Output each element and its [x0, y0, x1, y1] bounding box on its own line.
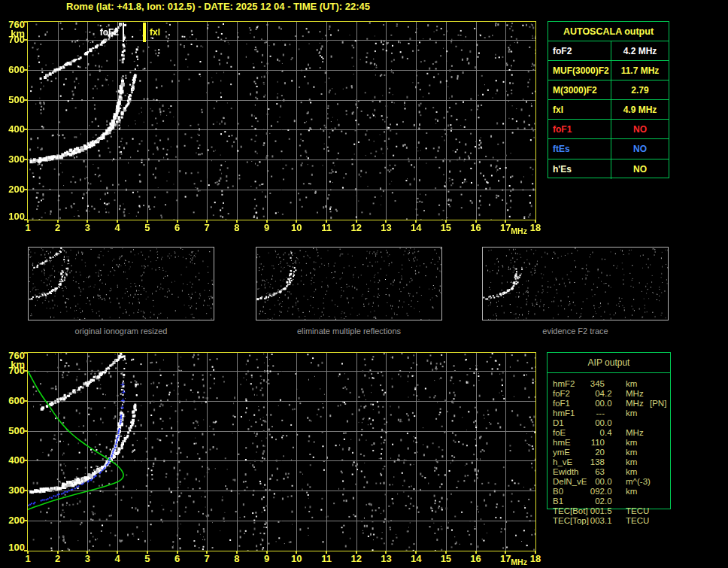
x-tick-label: 3 [85, 223, 90, 232]
y-tick-label: 100 [0, 212, 25, 221]
aip-param-value-frac: .2 [605, 389, 612, 399]
aip-param-value-int: 092 [575, 487, 605, 497]
x-tick-label: 2 [55, 554, 60, 563]
aip-param-unit: km [626, 409, 637, 418]
autoscala-param-label: MUF(3000)F2 [548, 61, 611, 80]
x-tick-label: 1 [25, 223, 30, 232]
aip-param-value-frac: .0 [605, 487, 612, 497]
x-tick-label: 10 [291, 554, 302, 563]
aip-param-unit: km [626, 467, 637, 477]
aip-param-unit: MHz [626, 428, 644, 438]
fof2-marker-line [123, 23, 124, 42]
x-axis-unit-label: MHz [511, 226, 527, 235]
x-axis-tick [296, 220, 297, 223]
x-tick-label: 14 [411, 554, 421, 563]
aip-param-value-int: 02 [575, 497, 605, 506]
y-tick-label: 100 [0, 543, 25, 552]
x-tick-label: 17 [500, 554, 511, 563]
aip-param-value-frac: .4 [605, 428, 612, 438]
ionogram-plot-bottom [27, 352, 536, 551]
aip-row: h_vE138km [548, 457, 672, 467]
x-tick-label: 18 [530, 554, 541, 563]
aip-param-value-int: 00 [575, 399, 605, 409]
autoscala-param-label: ftEs [548, 139, 611, 158]
autoscala-param-value: 4.9 MHz [611, 100, 669, 119]
x-tick-label: 4 [114, 554, 120, 563]
autoscala-param-value: NO [611, 159, 669, 179]
y-tick-label: 500 [0, 96, 25, 105]
aip-output-table: AIP output hmF2345kmfoF204.2MHzfoF100.0M… [547, 352, 671, 509]
aip-table-title: AIP output [548, 353, 670, 373]
autoscala-row: foF24.2 MHz [548, 41, 669, 61]
aip-row: TEC[Bot]001.5TECU [548, 506, 672, 516]
x-axis-tick [475, 220, 477, 223]
processing-panel-canvas [29, 248, 214, 320]
y-tick-label: 300 [0, 486, 25, 495]
x-axis-tick [147, 551, 148, 554]
processing-panel [28, 247, 214, 320]
x-tick-label: 9 [264, 554, 269, 563]
x-tick-label: 15 [441, 223, 451, 232]
y-axis-tick [24, 21, 27, 23]
autoscala-row: fxI4.9 MHz [548, 100, 669, 120]
x-axis-tick [356, 220, 357, 223]
y-axis-tick [24, 39, 27, 41]
aip-param-value-int: 00 [575, 477, 605, 487]
aip-param-value-int: 04 [575, 389, 605, 399]
processing-panel-canvas [256, 248, 441, 320]
aip-param-name: foF1 [553, 399, 570, 409]
x-tick-label: 12 [351, 223, 362, 232]
aip-row: foF204.2MHz [548, 389, 672, 399]
x-axis-tick [206, 220, 208, 223]
aip-row: foE0.4MHz [548, 428, 672, 438]
autoscala-param-label: foF1 [548, 120, 611, 138]
aip-param-value-int: 345 [575, 379, 605, 389]
aip-param-name: foF2 [553, 389, 570, 399]
x-tick-label: 16 [470, 223, 481, 232]
aip-param-unit: km [626, 487, 637, 497]
aip-param-unit: km [626, 379, 637, 389]
autoscala-param-label: h'Es [548, 159, 611, 179]
autoscala-row: ftEsNO [548, 139, 669, 159]
frequency-markers-layer: foF2fxI [28, 22, 535, 220]
page-title: Rome (lat: +41.8, lon: 012.5) - DATE: 20… [66, 1, 370, 12]
aip-param-name: hmF1 [553, 409, 575, 418]
x-axis-tick [415, 551, 417, 554]
y-axis-tick [24, 520, 27, 521]
y-axis-tick [24, 99, 27, 101]
aip-param-name: hmE [553, 438, 571, 448]
x-tick-label: 12 [351, 554, 362, 563]
aip-row: B0092.0km [548, 487, 672, 497]
panel-caption: eliminate multiple reflections [256, 327, 442, 336]
aip-param-unit: km [626, 438, 637, 448]
x-axis-tick [86, 220, 88, 223]
x-axis-tick [57, 551, 59, 554]
x-axis-tick [385, 551, 387, 554]
y-axis-tick [24, 490, 27, 491]
aip-row: hmF1---km [548, 409, 672, 418]
x-tick-label: 5 [144, 554, 150, 563]
y-axis-tick [24, 460, 27, 461]
x-axis-tick [475, 551, 477, 554]
aip-param-value-int: 20 [575, 448, 605, 457]
aip-row: foF100.0MHz[PN] [548, 399, 672, 409]
x-axis-tick [117, 551, 118, 554]
aip-param-name: D1 [553, 418, 564, 428]
y-axis-tick [24, 159, 27, 160]
y-tick-label: 300 [0, 155, 25, 164]
aip-param-value-frac: .1 [605, 516, 612, 526]
x-axis-tick [266, 551, 268, 554]
aip-param-value-frac: .0 [605, 418, 612, 428]
x-tick-label: 7 [205, 554, 210, 563]
x-axis-tick [57, 220, 59, 223]
aip-row: hmF2345km [548, 379, 672, 389]
aip-param-unit: MHz [626, 389, 644, 399]
y-tick-label: 400 [0, 125, 25, 134]
x-tick-label: 17 [500, 223, 511, 232]
processing-panel-canvas [483, 248, 668, 320]
aip-param-value-frac: .0 [605, 399, 612, 409]
x-axis-tick [236, 551, 238, 554]
aip-param-value-int: 63 [575, 467, 605, 477]
x-axis-tick [445, 220, 447, 223]
autoscala-param-value: NO [611, 120, 669, 138]
